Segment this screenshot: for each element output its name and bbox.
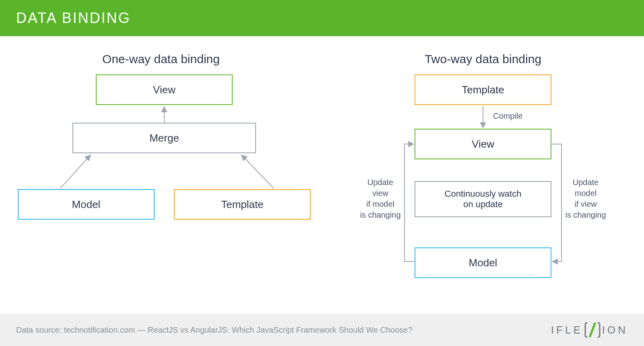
left-template-box: Template [174, 189, 311, 220]
right-template-box: Template [415, 74, 551, 105]
footer-source: Data source: technotification.com — Reac… [16, 325, 413, 335]
page-header: DATA BINDING [0, 0, 644, 36]
svg-line-2 [242, 155, 274, 188]
update-view-label: Update view if model is changing [350, 177, 411, 220]
brand-text-right: ION [602, 324, 628, 336]
update-model-label: Update model if view is changing [555, 177, 616, 220]
left-section-title: One-way data binding [80, 52, 242, 66]
compile-label: Compile [493, 111, 522, 122]
right-model-box: Model [415, 247, 551, 278]
brand-text-left: IFLE [551, 324, 583, 336]
diagram-canvas: One-way data binding Two-way data bindin… [0, 36, 644, 314]
left-view-box: View [96, 74, 233, 105]
page-title: DATA BINDING [16, 10, 131, 27]
svg-line-1 [60, 155, 91, 188]
right-view-box: View [415, 129, 551, 159]
brand-mark-icon [584, 321, 601, 339]
brand-logo: IFLE ION [551, 321, 628, 339]
right-section-title: Two-way data binding [402, 52, 564, 66]
left-model-box: Model [18, 189, 155, 220]
page-footer: Data source: technotification.com — Reac… [0, 314, 644, 346]
right-watch-box: Continuously watch on update [415, 181, 551, 217]
left-merge-box: Merge [72, 123, 256, 153]
